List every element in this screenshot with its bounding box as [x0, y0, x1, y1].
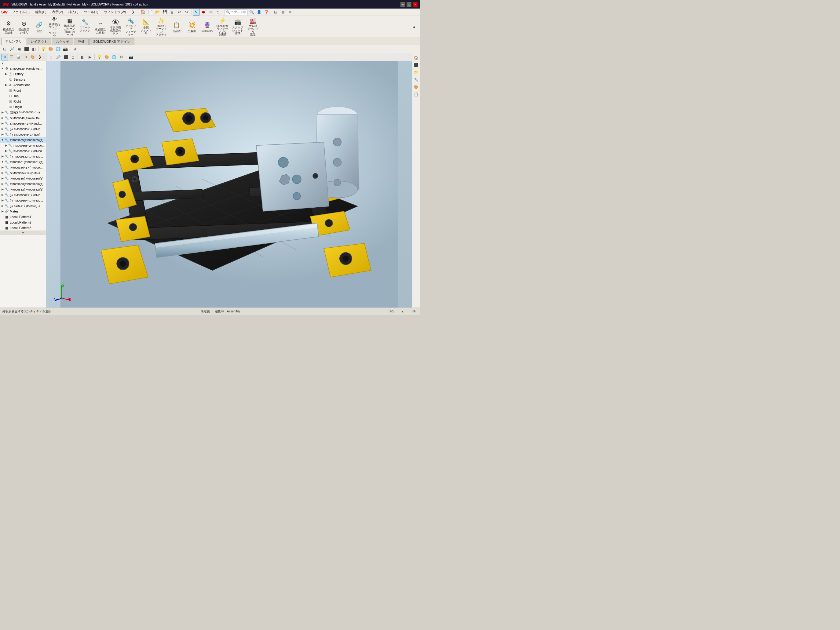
tree-item-sim9653[interactable]: ▶ 🔧 (固定) SIM009653<1> (Default) <<Defaul…	[0, 110, 46, 115]
ribbon-collapse-button[interactable]: ▲	[411, 24, 418, 30]
vtb-section[interactable]: ▣	[16, 46, 23, 52]
toolbar-fullscreen[interactable]: ⊠	[280, 9, 286, 16]
toolbar-new[interactable]: 📄	[147, 9, 154, 16]
rs-color-btn[interactable]: 🎨	[413, 84, 420, 90]
cmd-bom[interactable]: 📋 部品表	[169, 18, 184, 36]
toolbar-open[interactable]: 📂	[154, 9, 161, 16]
tree-item-sim9645[interactable]: ▶ 🔧 (-) SIM009645<1> (Default) <<Default…	[0, 132, 46, 137]
toolbar-settings[interactable]: ⚙	[208, 9, 215, 16]
cmd-mate[interactable]: 🔗 合致	[32, 18, 46, 36]
sidebar-mating-btn[interactable]: ⊕	[22, 54, 29, 60]
tree-item-pm9632[interactable]: ▶ 🔧 (-) PM009632<1> (PM009632) <<Default…	[0, 153, 46, 159]
tree-item-pattern1[interactable]: ▦ LocalLPattern1	[0, 214, 46, 219]
vtb-view-orient[interactable]: ⬛	[23, 46, 30, 52]
tree-item-pm9630[interactable]: ▶ 🔧 PM009630(PM009630)(3)	[0, 175, 46, 181]
rs-home-btn[interactable]: 🏠	[413, 54, 420, 61]
close-button[interactable]: ✕	[413, 2, 418, 7]
sidebar-expand-btn[interactable]: ❯	[36, 54, 43, 60]
vtb-camera-btn[interactable]: 📷	[127, 54, 134, 60]
toolbar-user[interactable]: 👤	[256, 9, 262, 16]
vtb-display-type[interactable]: ◧	[30, 46, 37, 52]
tree-item-pm9654[interactable]: ▶ 🔧 (-) PM009654<1> (PM009654) <<Default…	[0, 197, 46, 203]
toolbar-close-view[interactable]: ✕	[287, 9, 294, 16]
vtb-view-setting[interactable]: 📸	[62, 46, 69, 52]
menu-more[interactable]: ❯	[129, 9, 137, 15]
tab-assembly[interactable]: アセンブリ	[1, 38, 26, 45]
cmd-instant3d[interactable]: 🔮 Instant3D	[200, 18, 215, 36]
rs-folder-btn[interactable]: 📁	[413, 69, 420, 76]
toolbar-home[interactable]: 🏠	[140, 9, 146, 16]
vtb-appearance[interactable]: 🎨	[47, 46, 54, 52]
toolbar-select[interactable]: ↖	[193, 9, 200, 16]
vtb-shading-btn[interactable]: ◧	[79, 54, 86, 60]
menu-insert[interactable]: 挿入(I)	[66, 9, 81, 15]
vtb-section-view-btn[interactable]: ⬛	[62, 54, 69, 60]
tree-item-history[interactable]: ▶ 🕐 History	[0, 71, 46, 77]
vtb-zoom-to-fit[interactable]: ⊡	[1, 46, 8, 52]
menu-window[interactable]: ウィンドウ(W)	[101, 9, 129, 15]
cmd-motion-study[interactable]: ✨ 新規のモーションスタディ	[154, 18, 169, 36]
vtb-display-btn[interactable]: ▶	[87, 54, 93, 60]
tree-item-pattern3[interactable]: ▦ LocalLPattern3	[0, 225, 46, 231]
vtb-zoom-to-fit-btn[interactable]: ⊡	[47, 54, 54, 60]
tree-item-pm9366[interactable]: ▶ 🔧 PM009366<1> (PM009366) <<Default>_Di…	[0, 164, 46, 170]
cmd-show-hidden[interactable]: 👁‍🗨 非表示構成部品の表示	[108, 18, 123, 36]
tree-item-sim9656[interactable]: ▶ 🔧 SIM009656<1> (Handle Assembly, SH, V…	[0, 121, 46, 126]
tree-item-right[interactable]: ⊟ Right	[0, 99, 46, 104]
vtb-view-settings-btn[interactable]: ⚙	[118, 54, 125, 60]
sidebar-appearance-btn[interactable]: 🎨	[29, 54, 36, 60]
tree-item-pm9631[interactable]: ▼ 🔧 PM009631(PM009631)(2)	[0, 159, 46, 164]
vtb-zoom-in[interactable]: 🔎	[9, 46, 15, 52]
cmd-snapshot[interactable]: 📸 スナップショット作成	[230, 18, 245, 36]
3d-viewport[interactable]: ⊡ 🔎 ⬛ ◻ ◧ ▶ 💡 🎨 🌐 ⚙ 📷	[46, 53, 412, 308]
status-zoom-btn[interactable]: ▲	[399, 308, 406, 315]
tree-item-sim9649[interactable]: ▶ 🔧 SIM009649(Parallel Bar Assembly, SH,…	[0, 115, 46, 121]
tree-item-origin[interactable]: ⊕ Origin	[0, 104, 46, 110]
tree-item-pm9655-2[interactable]: ▶ 🔧 PM009655<2> (PM009655) <<Default>_	[0, 143, 46, 148]
rs-list-btn[interactable]: 📋	[413, 91, 420, 98]
vtb-color-btn[interactable]: 🎨	[103, 54, 110, 60]
toolbar-record[interactable]: ⏺	[201, 9, 207, 16]
toolbar-redo[interactable]: ↪	[183, 9, 190, 16]
status-eye-btn[interactable]: 👁	[411, 308, 418, 315]
sidebar-properties-btn[interactable]: ☰	[8, 54, 15, 60]
tree-item-pm9663[interactable]: ▶ 🔧 PM009663(PM009663)(2)	[0, 181, 46, 186]
vtb-lights-btn[interactable]: 💡	[96, 54, 103, 60]
toolbar-save[interactable]: 💾	[162, 9, 168, 16]
tree-item-sensors[interactable]: 📡 Sensors	[0, 77, 46, 82]
toolbar-undo[interactable]: ↩	[176, 9, 183, 16]
tree-item-part4[interactable]: ▶ 🔧 (-) Part4<1> (Default) <<Default>_Di…	[0, 203, 46, 208]
cmd-explode[interactable]: 💥 分解図	[185, 18, 199, 36]
cmd-preview[interactable]: 👁 構成部品プレビューウィンドウ	[47, 18, 62, 36]
cmd-speedpak[interactable]: ⚡ SpeedPakサブアセンブリを更新	[215, 18, 230, 36]
tree-item-pm9367[interactable]: ▶ 🔧 (-) PM009367<1> (PM009367) <<Default…	[0, 192, 46, 197]
tree-item-sim9634[interactable]: ▶ 🔧 SIM009634<1> (Default) <Display Stat…	[0, 170, 46, 175]
minimize-button[interactable]: −	[401, 2, 405, 7]
menu-edit[interactable]: 編集(E)	[33, 9, 49, 15]
tree-item-pm9633[interactable]: ▶ 🔧 (-) PM009633<1> (PM009633) <<Default…	[0, 126, 46, 132]
sidebar-feature-tree-btn[interactable]: ⊞	[1, 54, 8, 60]
vtb-scene[interactable]: 🌐	[55, 46, 62, 52]
menu-file[interactable]: ファイル(F)	[9, 9, 32, 15]
toolbar-panels[interactable]: ⊟	[272, 9, 279, 16]
cmd-insert-component[interactable]: ⊕ 構成部品の挿入	[16, 18, 31, 36]
toolbar-search[interactable]: 🔍	[248, 9, 255, 16]
toolbar-number5[interactable]: 5	[215, 9, 222, 16]
tab-layout[interactable]: レイアウト	[27, 38, 51, 45]
tree-item-annotations[interactable]: ▶ A Annotations	[0, 82, 46, 88]
cmd-large-assembly[interactable]: 🏭 大規模アセンブリ設定	[246, 18, 260, 36]
vtb-display-pane[interactable]: 🖥	[71, 46, 78, 52]
vtb-zoom-in-btn[interactable]: 🔎	[55, 54, 62, 60]
tab-sketch[interactable]: スケッチ	[52, 38, 73, 45]
tree-item-pm9655[interactable]: ▼ 🔧 PM009655(PM009655)(2)	[0, 137, 46, 143]
tree-item-front[interactable]: ⊟ Front	[0, 88, 46, 93]
vtb-view-orient-btn[interactable]: ◻	[69, 54, 76, 60]
cmd-move[interactable]: ↔ 構成部品品移動	[93, 18, 107, 36]
cmd-pattern[interactable]: ▦ 構成部品パターン(直線パターン)	[62, 18, 77, 36]
cmd-smart-fastener[interactable]: 🔧 スマートファスナー	[77, 18, 92, 36]
menu-view[interactable]: 表示(V)	[49, 9, 66, 15]
toolbar-print[interactable]: 🖨	[169, 9, 176, 16]
rs-settings-btn[interactable]: 🔧	[413, 76, 420, 83]
tab-addins[interactable]: SOLIDWORKS アドイン	[89, 38, 134, 45]
menu-tools[interactable]: ツール(T)	[82, 9, 101, 15]
